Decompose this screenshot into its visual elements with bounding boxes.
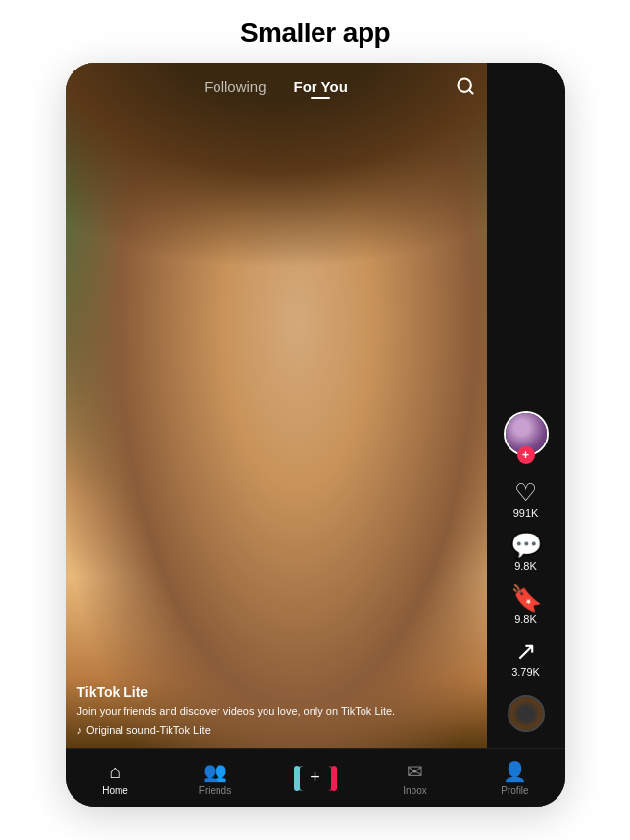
friends-tab[interactable]: 👥 Friends	[166, 760, 266, 796]
video-sound: ♪ Original sound-TikTok Lite	[77, 724, 479, 736]
music-note-icon: ♪	[77, 724, 83, 736]
create-tab[interactable]: +	[266, 766, 365, 791]
comment-button[interactable]: 💬 9.8K	[510, 533, 542, 572]
hair-overlay	[66, 63, 487, 405]
add-button[interactable]: +	[297, 766, 334, 791]
for-you-tab[interactable]: For You	[294, 78, 348, 95]
video-username: TikTok Lite	[77, 684, 479, 700]
following-tab[interactable]: Following	[204, 78, 266, 95]
share-count: 3.79K	[511, 666, 540, 677]
bookmark-button[interactable]: 🔖 9.8K	[510, 585, 542, 625]
top-navigation: Following For You	[66, 78, 487, 95]
video-area[interactable]: Following For You TikTok Lite Join your …	[66, 63, 487, 748]
follow-button[interactable]: +	[517, 446, 535, 464]
profile-icon: 👤	[503, 760, 527, 783]
bookmark-icon: 🔖	[510, 585, 542, 611]
friends-label: Friends	[199, 785, 231, 796]
svg-line-1	[468, 90, 472, 94]
home-icon: ⌂	[109, 761, 121, 783]
bottom-navigation: ⌂ Home 👥 Friends + ✉ Inbox 👤 Profile	[66, 748, 565, 807]
inbox-tab[interactable]: ✉ Inbox	[365, 760, 465, 796]
like-count: 991K	[513, 507, 539, 519]
music-disc	[508, 695, 545, 732]
right-sidebar: + ♡ 991K 💬 9.8K 🔖 9.8K ↗ 3.79K	[487, 63, 565, 748]
home-tab[interactable]: ⌂ Home	[66, 761, 166, 796]
bookmark-count: 9.8K	[514, 613, 537, 625]
inbox-label: Inbox	[403, 785, 426, 796]
share-icon: ↗	[515, 638, 537, 664]
page-title: Smaller app	[240, 18, 390, 49]
profile-label: Profile	[501, 785, 528, 796]
video-description: Join your friends and discover videos yo…	[77, 704, 479, 719]
inbox-icon: ✉	[407, 760, 423, 783]
like-button[interactable]: ♡ 991K	[513, 480, 539, 519]
home-label: Home	[102, 785, 128, 796]
device-frame: Following For You TikTok Lite Join your …	[66, 63, 565, 807]
search-button[interactable]	[456, 76, 475, 101]
add-icon: +	[300, 766, 331, 791]
heart-icon: ♡	[514, 480, 537, 505]
video-info: TikTok Lite Join your friends and discov…	[77, 684, 479, 736]
share-button[interactable]: ↗ 3.79K	[511, 638, 540, 677]
comment-count: 9.8K	[514, 560, 537, 572]
profile-tab[interactable]: 👤 Profile	[465, 760, 565, 796]
avatar-container[interactable]: +	[504, 411, 549, 456]
friends-icon: 👥	[203, 760, 227, 783]
comment-icon: 💬	[510, 533, 542, 558]
